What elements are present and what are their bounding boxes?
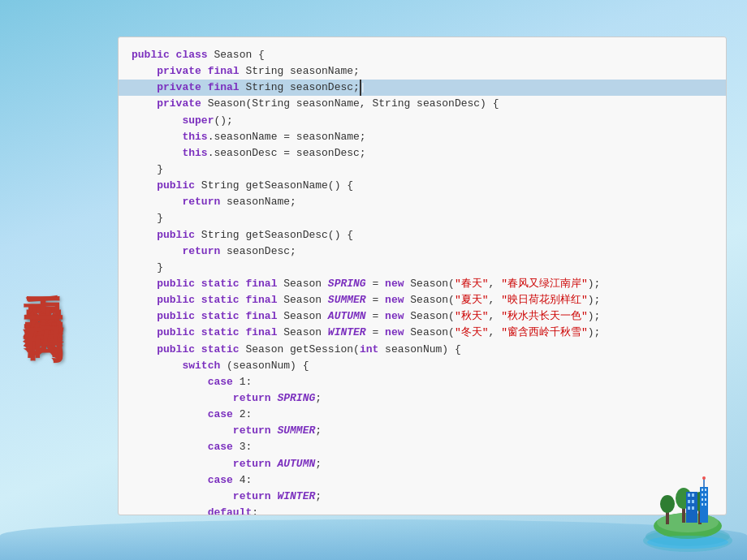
svg-rect-18 — [702, 489, 703, 491]
code-token: this — [182, 147, 207, 159]
code-line: return AUTUMN; — [132, 456, 713, 472]
code-line: } — [132, 162, 713, 178]
code-token: } — [157, 212, 163, 224]
code-line: switch (seasonNum) { — [132, 358, 713, 374]
code-token: final — [208, 81, 246, 93]
code-token: (); — [214, 114, 232, 127]
code-line: return WINTER; — [132, 489, 713, 505]
code-line: super(); — [132, 113, 713, 129]
code-token: String — [245, 65, 290, 77]
code-token: SPRING — [328, 278, 366, 290]
code-token: case — [208, 376, 240, 388]
code-token: final — [245, 278, 283, 290]
code-line: case 2: — [132, 407, 713, 423]
code-token: ; — [315, 490, 322, 502]
svg-rect-25 — [705, 503, 706, 506]
code-line: this.seasonDesc = seasonDesc; — [132, 145, 713, 162]
code-token: "春风又绿江南岸" — [501, 278, 588, 290]
svg-rect-23 — [705, 498, 706, 501]
code-line: } — [132, 260, 713, 276]
code-token: "夏天" — [455, 294, 489, 306]
code-token: ; — [315, 392, 322, 404]
code-token: public — [132, 49, 176, 61]
code-token: String — [245, 81, 290, 93]
code-token: ); — [588, 310, 601, 322]
code-token: return — [233, 490, 278, 502]
code-token: int — [360, 343, 385, 355]
code-token: ; — [315, 424, 322, 437]
code-line: private final String seasonName; — [132, 63, 713, 80]
code-token: SPRING — [277, 392, 315, 404]
code-token: seasonName; — [227, 196, 296, 208]
code-token: seasonNum) { — [385, 343, 461, 355]
code-token: this — [182, 131, 207, 143]
code-token: final — [245, 310, 283, 322]
svg-rect-11 — [688, 493, 690, 497]
svg-rect-13 — [688, 500, 690, 503]
code-line: public static final Season AUTUMN = new … — [132, 308, 713, 325]
code-token: final — [245, 326, 283, 338]
code-token: static — [201, 326, 246, 338]
code-token: super — [182, 114, 214, 127]
code-token: WINTER — [277, 490, 315, 502]
left-sidebar-title: 手工实现枚举类示例代码 — [15, 41, 71, 519]
code-token: "映日荷花别样红" — [501, 294, 588, 306]
svg-rect-16 — [692, 506, 694, 510]
code-token: = — [366, 278, 385, 290]
code-token: case — [208, 474, 240, 486]
code-token: return — [182, 196, 227, 208]
code-token: new — [385, 294, 410, 306]
svg-point-5 — [660, 495, 675, 513]
code-token: ); — [588, 326, 601, 338]
code-token: = — [366, 310, 385, 322]
code-token: Season(String seasonName, String seasonD… — [208, 97, 499, 110]
code-token: 1: — [240, 376, 253, 388]
code-token: Season( — [410, 294, 455, 306]
code-token: final — [208, 65, 246, 77]
code-line: return seasonDesc; — [132, 243, 713, 260]
code-line: } — [132, 210, 713, 226]
code-token: (seasonNum) { — [227, 360, 309, 372]
code-token: private — [157, 97, 207, 110]
code-line: public static final Season SUMMER = new … — [132, 292, 713, 308]
code-line: case 3: — [132, 439, 713, 455]
code-token: seasonDesc; — [227, 245, 296, 257]
code-token: return — [233, 424, 278, 437]
code-token: static — [201, 278, 246, 290]
code-token: = — [366, 294, 385, 306]
code-token: , — [489, 294, 502, 306]
code-token: case — [208, 441, 240, 453]
code-token: Season — [283, 310, 328, 322]
code-line: public String getSeasonDesc() { — [132, 227, 713, 243]
bottom-wave-decoration — [0, 519, 747, 560]
code-token: class — [176, 49, 214, 61]
svg-rect-24 — [702, 503, 703, 506]
code-line: public static Season getSession(int seas… — [132, 342, 713, 358]
code-token: return — [182, 245, 227, 257]
code-token: , — [489, 326, 502, 338]
code-line: return SPRING; — [132, 390, 713, 407]
code-token: default — [208, 506, 253, 515]
code-token: Season — [283, 278, 328, 290]
code-token: public — [157, 326, 201, 338]
code-token: SUMMER — [328, 294, 366, 306]
code-token: public — [157, 278, 201, 290]
code-token: AUTUMN — [328, 310, 366, 322]
code-token: "春天" — [455, 278, 489, 290]
code-token: WINTER — [328, 326, 366, 338]
code-token: static — [201, 294, 246, 306]
svg-rect-20 — [702, 493, 703, 496]
code-token: = — [366, 326, 385, 338]
code-token: 3: — [240, 441, 253, 453]
code-token: new — [385, 278, 410, 290]
code-line: public static final Season SPRING = new … — [132, 276, 713, 292]
svg-rect-21 — [705, 493, 706, 496]
code-token: "冬天" — [455, 326, 489, 338]
svg-rect-14 — [692, 500, 694, 503]
island-svg — [641, 476, 735, 553]
code-token: } — [157, 261, 163, 274]
code-line: public String getSeasonName() { — [132, 178, 713, 194]
code-token: Season( — [410, 326, 455, 338]
code-token: ); — [588, 294, 601, 306]
code-token: Season — [283, 326, 328, 338]
